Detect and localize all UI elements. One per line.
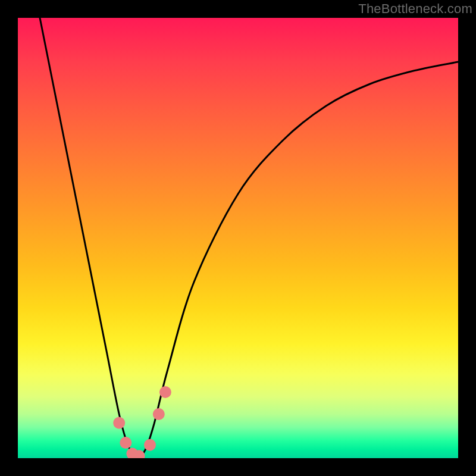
bottleneck-curve: [40, 18, 458, 458]
highlight-marker: [153, 408, 165, 420]
highlight-marker: [144, 439, 156, 451]
watermark-text: TheBottleneck.com: [358, 1, 472, 17]
plot-area: [18, 18, 458, 458]
curve-layer: [18, 18, 458, 458]
highlight-marker: [120, 437, 131, 449]
chart-frame: TheBottleneck.com: [0, 0, 476, 476]
highlight-marker: [159, 386, 171, 398]
highlight-marker: [113, 417, 125, 429]
